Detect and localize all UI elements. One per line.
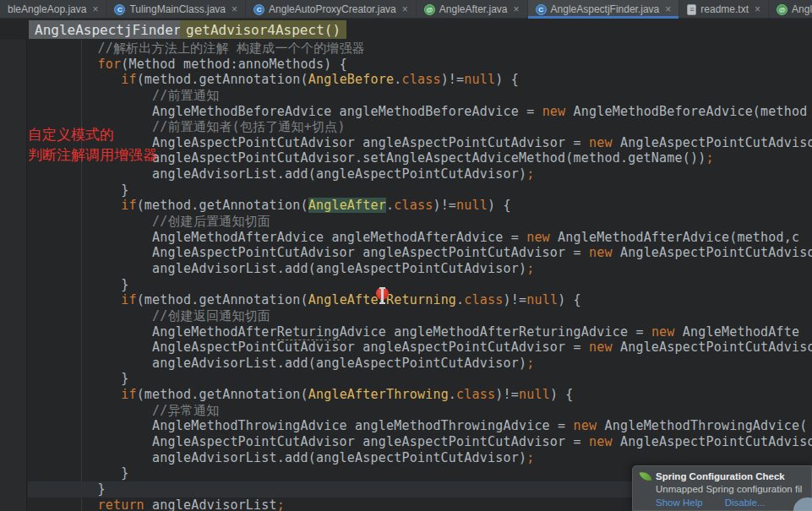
code-token: } [82, 481, 106, 497]
code-token: AngleMethodBeforeAdvice angleMethodBefor… [82, 104, 542, 119]
breadcrumb-class-chip[interactable]: AngleAspectjFinder [29, 20, 187, 39]
code-token: ) { [488, 198, 511, 213]
tab-label: AngleAfter.java [439, 3, 508, 15]
editor-left-strip [0, 40, 27, 511]
code-line: //异常通知 [82, 403, 812, 419]
notification-action-disable-[interactable]: Disable... [725, 497, 766, 508]
code-token [82, 497, 97, 511]
code-line: if(method.getAnnotation(AngleAfter.class… [82, 198, 812, 214]
annotation-note-line1: 自定义模式的 [28, 125, 157, 145]
code-token: new [542, 104, 566, 119]
code-token: new [651, 324, 675, 340]
code-token: ; [526, 356, 534, 371]
code-token: } [82, 182, 128, 198]
code-token: AngleAspectPointCutAdvisor angleAspectPo… [82, 434, 589, 449]
code-token [82, 57, 97, 72]
tab-close-icon[interactable]: × [92, 4, 98, 14]
code-token: class [394, 198, 433, 213]
code-token: class [401, 72, 440, 87]
tab-label: bleAngleAop.java [8, 3, 86, 15]
breadcrumb-method-chip[interactable]: getAdvisor4Aspect() [180, 20, 346, 39]
code-line: //创建返回通知切面 [82, 308, 812, 324]
code-editor[interactable]: //解析出方法上的注解 构建成一个个的增强器 for(Method method… [0, 40, 812, 511]
code-token: angleAdvisorList [144, 497, 277, 511]
code-token: ; [706, 150, 713, 166]
code-token: null [519, 387, 550, 402]
code-token: AngleAspectPointCutAdvisor angleAspectPo… [82, 245, 589, 260]
code-line: //前置通知者(包括了通知+切点) [82, 119, 812, 135]
tab-close-icon[interactable]: × [232, 4, 237, 14]
code-line: //创建后置通知切面 [82, 214, 812, 230]
code-line: AngleAspectPointCutAdvisor angleAspectPo… [82, 245, 812, 261]
breadcrumb: AngleAspectjFinder getAdvisor4Aspect() [0, 19, 812, 40]
code-token: if [121, 387, 136, 402]
code-token: if [121, 72, 136, 87]
tab-bleangleaop-java[interactable]: bleAngleAop.java× [0, 0, 106, 19]
tab-close-icon[interactable]: × [402, 4, 408, 14]
spring-leaf-icon [640, 470, 652, 483]
tab-angleautoproxycreator-java[interactable]: CAngleAutoProxyCreator.java× [246, 0, 417, 19]
code-token: )!= [503, 292, 526, 307]
text-file-icon: ≡ [687, 4, 696, 15]
tab-anglebefore-java[interactable]: @AngleBefore.java× [769, 0, 812, 19]
code-token: AngleMethodAfte [675, 324, 800, 340]
code-line: } [82, 371, 812, 387]
tab-label: TulingMainClass.java [129, 3, 226, 15]
annotation-note-line2: 判断注解调用增强器 [28, 145, 157, 166]
code-token: //创建返回通知切面 [82, 308, 270, 323]
code-token: AngleMethodThrowingAdvice angleMethodThr… [82, 418, 574, 433]
code-token: //异常通知 [82, 403, 219, 418]
tab-readme-txt[interactable]: ≡readme.txt× [679, 0, 769, 19]
code-token: Advice angleMethodAfterReturingAdvice = [340, 324, 651, 340]
code-token: ; [277, 497, 285, 511]
notification-action-show-help[interactable]: Show Help [656, 497, 703, 508]
notification-title: Spring Configuration Check [656, 471, 785, 481]
code-token: ; [526, 450, 534, 465]
code-token [82, 198, 121, 213]
class-icon: C [253, 4, 264, 15]
code-line: //前置通知 [82, 88, 812, 104]
tab-angleafter-java[interactable]: @AngleAfter.java× [417, 0, 528, 19]
code-token: . [456, 292, 464, 307]
code-token: AngleAspectPointCutAdvisor angleAspectPo… [82, 340, 589, 355]
code-token: angleAspectPointCutAdvisor.setAngleAspec… [82, 150, 706, 166]
code-line: angleAspectPointCutAdvisor.setAngleAspec… [82, 150, 812, 166]
tab-label: AngleAutoProxyCreator.java [269, 3, 396, 15]
code-token: (method.getAnnotation( [137, 387, 308, 402]
code-token: //创建后置通知切面 [82, 214, 270, 229]
code-token: AngleMethodAfter [82, 324, 277, 340]
code-text[interactable]: //解析出方法上的注解 构建成一个个的增强器 for(Method method… [82, 41, 812, 511]
tab-close-icon[interactable]: × [514, 4, 520, 14]
code-line: angleAdvisorList.add(angleAspectPointCut… [82, 261, 812, 277]
code-token: ) { [550, 387, 574, 402]
code-token: new [589, 135, 613, 150]
annotation-overlay-note: 自定义模式的 判断注解调用增强器 [28, 125, 157, 166]
code-token: new [526, 230, 550, 245]
editor-tab-bar: bleAngleAop.java×CTulingMainClass.java×C… [0, 0, 812, 19]
tab-label: AngleBefore.java [792, 3, 812, 15]
tab-close-icon[interactable]: × [755, 4, 760, 14]
code-token: null [464, 72, 495, 87]
tab-tulingmainclass-java[interactable]: CTulingMainClass.java× [106, 0, 246, 19]
code-token: null [526, 292, 558, 307]
code-line: //解析出方法上的注解 构建成一个个的增强器 [82, 41, 812, 57]
tab-label: readme.txt [700, 3, 749, 15]
code-token: null [456, 198, 488, 213]
code-token: //解析出方法上的注解 构建成一个个的增强器 [82, 41, 365, 56]
code-token: angleAdvisorList.add(angleAspectPointCut… [82, 166, 526, 182]
tab-angleaspectjfinder-java[interactable]: CAngleAspectjFinder.java× [528, 0, 680, 19]
code-token: for [97, 57, 121, 72]
code-line: AngleMethodAfterAdvice angleMethodAfterA… [82, 230, 812, 246]
code-token: AngleAfter [308, 198, 386, 213]
code-token [82, 292, 121, 307]
tab-close-icon[interactable]: × [665, 4, 671, 14]
code-token: Returing [277, 324, 340, 340]
code-line: for(Method method:annoMethods) { [82, 57, 812, 73]
code-token: new [589, 434, 613, 449]
code-token: . [449, 387, 456, 402]
editor-gutter[interactable] [28, 40, 82, 511]
code-line: angleAdvisorList.add(angleAspectPointCut… [82, 166, 812, 182]
code-token: (method.getAnnotation( [137, 292, 308, 307]
code-token: class [456, 387, 495, 402]
code-line: angleAdvisorList.add(angleAspectPointCut… [82, 356, 812, 372]
